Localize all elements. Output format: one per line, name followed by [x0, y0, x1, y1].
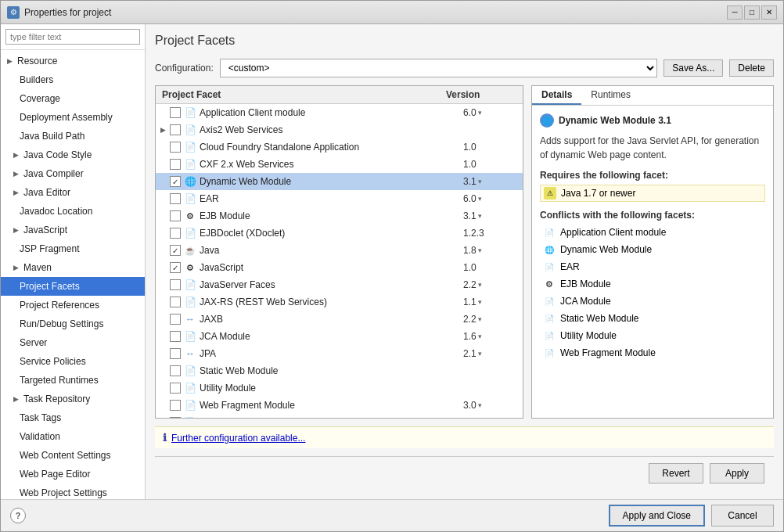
version-dropdown-jsf[interactable]: 2.2 ▾ — [463, 279, 518, 290]
sidebar-item-task-repository[interactable]: ▶ Task Repository — [1, 390, 145, 408]
sidebar-item-service-policies[interactable]: Service Policies — [1, 352, 145, 371]
checkbox-jca[interactable] — [170, 331, 181, 342]
maximize-button[interactable]: □ — [744, 5, 760, 20]
sidebar-item-java-editor[interactable]: ▶ Java Editor — [1, 183, 145, 202]
sidebar-item-targeted-runtimes[interactable]: Targeted Runtimes — [1, 371, 145, 390]
sidebar-item-java-code-style[interactable]: ▶ Java Code Style — [1, 146, 145, 164]
facet-version-web-fragment: 3.0 ▾ — [463, 400, 518, 411]
facet-row-jca[interactable]: 📄 JCA Module 1.6 ▾ — [156, 328, 523, 345]
sidebar-item-maven[interactable]: ▶ Maven — [1, 258, 145, 277]
facet-row-webdoclet[interactable]: 📄 WebDoclet (XDoclet) 1.2.3 — [156, 414, 523, 418]
facet-version-cxf: 1.0 — [463, 159, 518, 170]
minimize-button[interactable]: ─ — [727, 5, 743, 20]
cancel-button[interactable]: Cancel — [711, 505, 774, 527]
sidebar-item-server[interactable]: Server — [1, 333, 145, 352]
checkbox-jsf[interactable] — [170, 279, 181, 290]
facet-row-jpa[interactable]: ↔ JPA 2.1 ▾ — [156, 345, 523, 362]
sidebar-item-java-compiler[interactable]: ▶ Java Compiler — [1, 164, 145, 183]
sidebar-item-resource[interactable]: ▶ Resource — [1, 52, 145, 70]
version-dropdown-ear[interactable]: 6.0 ▾ — [463, 193, 518, 204]
sidebar-item-jsp-fragment[interactable]: JSP Fragment — [1, 239, 145, 258]
checkbox-web-fragment[interactable] — [170, 400, 181, 411]
sidebar-item-builders[interactable]: Builders — [1, 70, 145, 89]
facet-row-jax-rs[interactable]: 📄 JAX-RS (REST Web Services) 1.1 ▾ — [156, 293, 523, 311]
sidebar-item-web-page-editor[interactable]: Web Page Editor — [1, 465, 145, 483]
facet-row-app-client[interactable]: 📄 Application Client module 6.0 ▾ — [156, 104, 523, 121]
filter-input[interactable] — [5, 29, 140, 45]
checkbox-java[interactable] — [170, 245, 181, 256]
checkbox-cxf[interactable] — [170, 159, 181, 170]
sidebar-item-validation[interactable]: Validation — [1, 427, 145, 446]
checkbox-jaxb[interactable] — [170, 314, 181, 325]
facet-row-ear[interactable]: 📄 EAR 6.0 ▾ — [156, 190, 523, 207]
checkbox-ejb[interactable] — [170, 210, 181, 221]
facet-row-cloud-foundry[interactable]: 📄 Cloud Foundry Standalone Application 1… — [156, 138, 523, 156]
facet-row-jaxb[interactable]: ↔ JAXB 2.2 ▾ — [156, 311, 523, 328]
checkbox-ear[interactable] — [170, 193, 181, 204]
sidebar-item-web-content-settings[interactable]: Web Content Settings — [1, 446, 145, 465]
facet-row-static-web[interactable]: 📄 Static Web Module — [156, 362, 523, 379]
revert-button[interactable]: Revert — [649, 463, 703, 483]
sidebar-item-label-web-page-editor: Web Page Editor — [20, 467, 91, 481]
facet-name-ear: EAR — [200, 193, 463, 204]
conflict-icon-1: 🌐 — [543, 243, 556, 256]
icon-app-client: 📄 — [184, 106, 196, 119]
version-dropdown-dynamic-web[interactable]: 3.1 ▾ — [463, 176, 518, 187]
sidebar-item-java-build-path[interactable]: Java Build Path — [1, 127, 145, 146]
version-dropdown-jaxb[interactable]: 2.2 ▾ — [463, 314, 518, 325]
checkbox-webdoclet[interactable] — [170, 417, 181, 418]
checkbox-dynamic-web[interactable] — [170, 176, 181, 187]
facet-row-dynamic-web[interactable]: 🌐 Dynamic Web Module 3.1 ▾ — [156, 173, 523, 190]
checkbox-axis2[interactable] — [170, 124, 181, 135]
version-dropdown-jax-rs[interactable]: 1.1 ▾ — [463, 297, 518, 307]
tab-details[interactable]: Details — [532, 86, 581, 105]
facet-row-cxf[interactable]: 📄 CXF 2.x Web Services 1.0 — [156, 156, 523, 173]
apply-button[interactable]: Apply — [710, 463, 764, 483]
sidebar-item-label-web-project-settings: Web Project Settings — [20, 486, 107, 499]
sidebar-item-run-debug-settings[interactable]: Run/Debug Settings — [1, 315, 145, 333]
checkbox-ejbdoclet[interactable] — [170, 228, 181, 239]
facet-row-jsf[interactable]: 📄 JavaServer Faces 2.2 ▾ — [156, 276, 523, 293]
checkbox-javascript[interactable] — [170, 262, 181, 273]
facet-row-web-fragment[interactable]: 📄 Web Fragment Module 3.0 ▾ — [156, 397, 523, 414]
sidebar-item-coverage[interactable]: Coverage — [1, 89, 145, 108]
version-dropdown-jca[interactable]: 1.6 ▾ — [463, 331, 518, 342]
version-dropdown-ejb[interactable]: 3.1 ▾ — [463, 210, 518, 221]
facet-row-axis2[interactable]: ▶ 📄 Axis2 Web Services — [156, 121, 523, 138]
expand-arrow-java — [160, 246, 168, 254]
version-dropdown-java[interactable]: 1.8 ▾ — [463, 245, 518, 256]
facet-row-ejbdoclet[interactable]: 📄 EJBDoclet (XDoclet) 1.2.3 — [156, 225, 523, 242]
sidebar-item-task-tags[interactable]: Task Tags — [1, 408, 145, 427]
version-dropdown-jpa[interactable]: 2.1 ▾ — [463, 348, 518, 359]
facet-row-ejb[interactable]: ⚙ EJB Module 3.1 ▾ — [156, 207, 523, 225]
sidebar-item-project-facets[interactable]: Project Facets — [1, 277, 145, 296]
help-button[interactable]: ? — [10, 508, 26, 523]
sidebar-item-deployment-assembly[interactable]: Deployment Assembly — [1, 108, 145, 127]
version-dropdown-app-client[interactable]: 6.0 ▾ — [463, 107, 518, 118]
config-select[interactable]: <custom> — [220, 59, 658, 77]
sidebar-item-javascript[interactable]: ▶ JavaScript — [1, 221, 145, 239]
facet-row-utility[interactable]: 📄 Utility Module — [156, 379, 523, 397]
config-row: Configuration: <custom> Save As... Delet… — [155, 59, 774, 77]
version-dropdown-web-fragment[interactable]: 3.0 ▾ — [463, 400, 518, 411]
sidebar-item-project-references[interactable]: Project References — [1, 296, 145, 315]
expand-arrow-axis2[interactable]: ▶ — [160, 126, 168, 134]
info-link[interactable]: Further configuration available... — [171, 433, 305, 444]
apply-and-close-button[interactable]: Apply and Close — [609, 505, 705, 527]
save-as-button[interactable]: Save As... — [664, 59, 723, 77]
sidebar-item-javadoc-location[interactable]: Javadoc Location — [1, 202, 145, 221]
checkbox-cloud-foundry[interactable] — [170, 142, 181, 153]
checkbox-jpa[interactable] — [170, 348, 181, 359]
checkbox-app-client[interactable] — [170, 107, 181, 118]
checkbox-static-web[interactable] — [170, 365, 181, 376]
facet-name-jax-rs: JAX-RS (REST Web Services) — [200, 297, 463, 307]
facet-row-javascript[interactable]: ⚙ JavaScript 1.0 — [156, 259, 523, 276]
checkbox-utility[interactable] — [170, 383, 181, 394]
facet-row-java[interactable]: ☕ Java 1.8 ▾ — [156, 242, 523, 259]
sidebar-item-web-project-settings[interactable]: Web Project Settings — [1, 483, 145, 499]
checkbox-jax-rs[interactable] — [170, 297, 181, 307]
close-button[interactable]: ✕ — [761, 5, 777, 20]
delete-button[interactable]: Delete — [729, 59, 774, 77]
facet-name-ejbdoclet: EJBDoclet (XDoclet) — [200, 228, 463, 239]
tab-runtimes[interactable]: Runtimes — [581, 86, 640, 105]
